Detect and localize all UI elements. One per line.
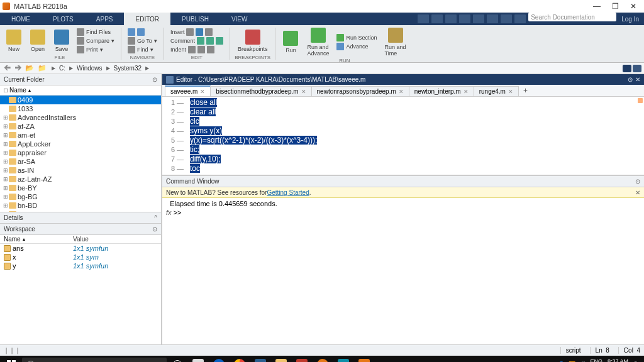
search-path-icon[interactable] [633, 65, 641, 72]
code-line[interactable]: close all [190, 98, 634, 107]
editor-tab[interactable]: bisectionmethodbypradeep.m✕ [210, 86, 311, 96]
command-output[interactable]: Elapsed time is 0.445659 seconds. fx >> [162, 198, 644, 344]
breadcrumb[interactable]: Windows [77, 65, 103, 72]
workspace-header[interactable]: Workspace⊙ [0, 224, 161, 235]
editor-tab[interactable]: saveee.m✕ [165, 85, 211, 96]
code-line[interactable]: clear all [190, 107, 634, 117]
firefox-icon[interactable] [313, 356, 333, 362]
collapse-icon[interactable]: ⊙ [152, 76, 157, 83]
compare-button[interactable]: Compare ▾ [77, 37, 114, 45]
qat-btn[interactable] [514, 14, 526, 23]
nav-up-icon[interactable]: 📂 [24, 64, 35, 72]
taskbar-search[interactable]: Type here to search [22, 358, 167, 362]
taskview-icon[interactable] [188, 356, 208, 362]
details-panel-header[interactable]: Details^ [0, 212, 161, 224]
workspace-row[interactable]: ans1x1 symfun [0, 244, 161, 253]
qat-btn[interactable] [501, 14, 512, 23]
breadcrumb[interactable]: System32 [114, 65, 142, 72]
minimize-button[interactable]: — [593, 2, 601, 11]
qat-btn[interactable] [431, 14, 443, 23]
editor-tab[interactable]: newtonrapsonsbypradeep.m✕ [311, 86, 409, 96]
folder-item[interactable]: ⊞af-ZA [0, 122, 161, 131]
breadcrumb[interactable]: C: [59, 65, 65, 72]
run-advance-button[interactable]: Run and Advance [303, 26, 333, 58]
folder-item[interactable]: ⊞bn-IN [0, 210, 161, 212]
new-button[interactable]: New [3, 28, 25, 53]
current-folder-header[interactable]: Current Folder⊙ [0, 74, 161, 85]
chrome-icon[interactable] [230, 356, 250, 362]
indent-button[interactable]: Indent [170, 46, 214, 53]
start-button[interactable] [1, 356, 21, 362]
login-button[interactable]: Log In [616, 13, 644, 25]
getting-started-link[interactable]: Getting Started [267, 189, 309, 196]
folder-item[interactable]: 1033 [0, 104, 161, 113]
tab-apps[interactable]: APPS [85, 13, 125, 25]
ws-col-name[interactable]: Name [4, 236, 21, 243]
edge-icon[interactable] [209, 356, 229, 362]
nav-back-icon[interactable]: 🡰 [3, 64, 12, 72]
cortana-icon[interactable] [167, 356, 187, 362]
fx-icon[interactable]: fx [166, 209, 172, 216]
code-line[interactable]: diff(y,10); [190, 155, 634, 164]
clock[interactable]: 8:37 AM04/18/19 [606, 358, 628, 362]
collapse-icon[interactable]: ⊙ [635, 178, 640, 185]
editor-tab[interactable]: runge4.m✕ [474, 86, 519, 96]
close-button[interactable]: ✕ [630, 2, 636, 11]
editor-dropdown-icon[interactable]: ⊙ [628, 76, 633, 83]
path-action-icon[interactable] [623, 65, 631, 72]
code-line[interactable]: y(x)=sqrt((x^2-1)*(x-2)/((x-3)*(x^3-4)))… [190, 136, 634, 145]
folder-item[interactable]: ⊞as-IN [0, 166, 161, 175]
qat-btn[interactable] [418, 14, 429, 23]
qat-btn[interactable] [473, 14, 484, 23]
nav-history-icon[interactable]: 📁 [36, 64, 48, 72]
tab-close-icon[interactable]: ✕ [200, 89, 205, 95]
tab-close-icon[interactable]: ✕ [399, 89, 404, 95]
search-documentation-input[interactable]: Search Documentation [528, 13, 616, 21]
run-time-button[interactable]: Run and Time [380, 26, 409, 58]
folder-item[interactable]: 0409 [0, 96, 161, 104]
folder-item[interactable]: ⊞AppLocker [0, 140, 161, 148]
workspace-row[interactable]: y1x1 symfun [0, 261, 161, 270]
tab-editor[interactable]: EDITOR [124, 13, 170, 25]
code-line[interactable]: tic; [190, 145, 634, 155]
advance-button[interactable]: Advance [336, 43, 368, 50]
run-section-button[interactable]: Run Section [336, 34, 377, 41]
ws-col-value[interactable]: Value [73, 236, 157, 243]
explorer-icon[interactable] [271, 356, 291, 362]
find-files-button[interactable]: Find Files [77, 28, 111, 36]
code-line[interactable]: syms y(x) [190, 126, 634, 136]
tab-plots[interactable]: PLOTS [42, 13, 85, 25]
save-button[interactable]: Save [50, 28, 73, 53]
tab-home[interactable]: HOME [0, 13, 42, 25]
comment-button[interactable]: Comment [170, 37, 223, 45]
expand-icon[interactable]: ^ [154, 214, 157, 221]
print-button[interactable]: Print ▾ [77, 46, 103, 53]
folder-item[interactable]: ⊞bg-BG [0, 192, 161, 201]
tab-close-icon[interactable]: ✕ [301, 89, 306, 95]
language-indicator[interactable]: ENGIN [590, 358, 602, 362]
collapse-icon[interactable]: ⊙ [152, 226, 157, 233]
code-line[interactable]: clc [190, 117, 634, 126]
qat-btn[interactable] [459, 14, 470, 23]
app-icon[interactable] [333, 356, 353, 362]
folder-item[interactable]: ⊞az-Latn-AZ [0, 175, 161, 184]
movies-icon[interactable] [292, 356, 312, 362]
tab-close-icon[interactable]: ✕ [508, 89, 513, 95]
command-window-header[interactable]: Command Window⊙ [162, 176, 644, 187]
folder-item[interactable]: ⊞AdvancedInstallers [0, 113, 161, 122]
tab-view[interactable]: VIEW [220, 13, 259, 25]
folder-item[interactable]: ⊞bn-BD [0, 201, 161, 210]
nav-fwd-icon[interactable]: 🡲 [13, 64, 23, 72]
folder-item[interactable]: ⊞ar-SA [0, 157, 161, 166]
matlab-taskbar-icon[interactable] [354, 356, 374, 362]
workspace-row[interactable]: x1x1 sym [0, 253, 161, 261]
open-button[interactable]: Open [26, 28, 49, 53]
code-editor[interactable]: 1 —2 —3 —4 —5 —6 —7 —8 — close allclear … [162, 97, 644, 176]
find-button[interactable]: Find ▾ [128, 46, 153, 53]
maximize-button[interactable]: ❐ [612, 2, 619, 11]
editor-tab[interactable]: newton_interp.m✕ [409, 86, 474, 96]
code-line[interactable]: toc [190, 164, 634, 173]
column-header-name[interactable]: □ Name ▴ [0, 85, 161, 96]
run-button[interactable]: Run [279, 30, 302, 55]
store-icon[interactable] [250, 356, 270, 362]
